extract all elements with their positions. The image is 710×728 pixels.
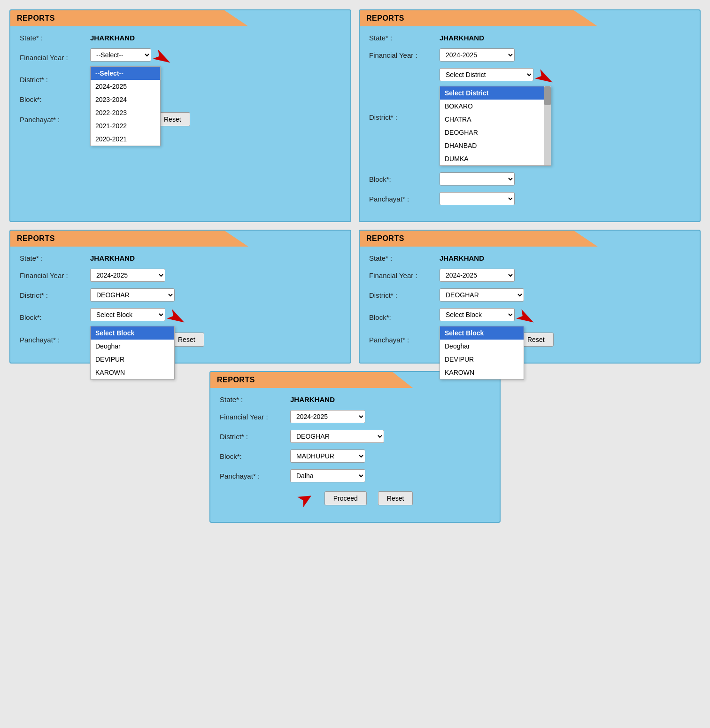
fy-option-2020-1[interactable]: 2020-2021 bbox=[91, 132, 160, 146]
panchayat-select-5[interactable]: Dalha bbox=[290, 469, 365, 482]
district-option-dumka-2[interactable]: DUMKA bbox=[440, 152, 544, 165]
fy-row-5: Financial Year : 2024-2025 bbox=[220, 410, 490, 423]
state-value-2: JHARKHAND bbox=[440, 34, 484, 42]
fy-option-2021-1[interactable]: 2021-2022 bbox=[91, 119, 160, 132]
report-panel-4: REPORTS State* : JHARKHAND Financial Yea… bbox=[359, 230, 701, 364]
block-option-select-3[interactable]: Select Block bbox=[91, 326, 174, 340]
panchayat-label-4: Panchayat* : bbox=[369, 336, 440, 344]
fy-select-3[interactable]: 2024-2025 bbox=[90, 269, 165, 282]
block-dropdown-open-3[interactable]: Select Block Deoghar DEVIPUR KAROWN bbox=[90, 326, 175, 379]
block-option-select-4[interactable]: Select Block bbox=[440, 326, 524, 340]
district-label-1: District* : bbox=[20, 76, 90, 84]
fy-label-1: Financial Year : bbox=[20, 54, 90, 62]
district-dropdown-open-2[interactable]: Select District BOKARO CHATRA DEOGHAR DH… bbox=[440, 86, 551, 166]
panchayat-row-1: Panchayat* : Reset bbox=[20, 112, 341, 126]
district-label-2: District* : bbox=[369, 113, 440, 121]
fy-row-1: Financial Year : --Select-- 2024-2025 20… bbox=[20, 48, 341, 66]
state-row-2: State* : JHARKHAND bbox=[369, 34, 690, 42]
state-label-5: State* : bbox=[220, 395, 290, 403]
panchayat-row-5: Panchayat* : Dalha bbox=[220, 469, 490, 482]
panchayat-label-3: Panchayat* : bbox=[20, 336, 90, 344]
district-row-4: District* : DEOGHAR bbox=[369, 288, 690, 302]
fy-select-2[interactable]: 2024-2025 bbox=[440, 48, 515, 62]
district-option-bokaro-2[interactable]: BOKARO bbox=[440, 100, 544, 113]
fy-row-2: Financial Year : 2024-2025 bbox=[369, 48, 690, 62]
fy-label-4: Financial Year : bbox=[369, 271, 440, 279]
state-row-5: State* : JHARKHAND bbox=[220, 395, 490, 403]
fy-option-2023-1[interactable]: 2023-2024 bbox=[91, 93, 160, 106]
district-row-5: District* : DEOGHAR bbox=[220, 430, 490, 443]
fy-option-select-1[interactable]: --Select-- bbox=[91, 67, 160, 80]
scrollbar-track-2[interactable] bbox=[544, 86, 551, 165]
state-label-1: State* : bbox=[20, 34, 90, 42]
district-select-5[interactable]: DEOGHAR bbox=[290, 430, 384, 443]
fy-label-5: Financial Year : bbox=[220, 413, 290, 421]
block-option-devipur-4[interactable]: DEVIPUR bbox=[440, 353, 524, 366]
state-row-4: State* : JHARKHAND bbox=[369, 254, 690, 262]
block-option-karown-3[interactable]: KAROWN bbox=[91, 366, 174, 379]
reset-button-5[interactable]: Reset bbox=[378, 491, 413, 505]
proceed-button-5[interactable]: Proceed bbox=[324, 491, 367, 505]
block-label-2: Block*: bbox=[369, 175, 440, 183]
fy-option-2024-1[interactable]: 2024-2025 bbox=[91, 80, 160, 93]
block-select-4[interactable]: Select Block bbox=[440, 308, 515, 321]
fy-option-2022-1[interactable]: 2022-2023 bbox=[91, 106, 160, 119]
panchayat-row-2: Panchayat* : bbox=[369, 192, 690, 205]
block-label-5: Block*: bbox=[220, 452, 290, 460]
block-option-deoghar-4[interactable]: Deoghar bbox=[440, 340, 524, 353]
block-row-3: Block*: Select Block ➤ Select Block Deog… bbox=[20, 308, 341, 326]
fy-row-4: Financial Year : 2024-2025 bbox=[369, 269, 690, 282]
district-select-2[interactable]: Select District bbox=[440, 68, 533, 81]
proceed-arrow-5: ➤ bbox=[293, 486, 316, 511]
district-label-5: District* : bbox=[220, 433, 290, 441]
panchayat-label-2: Panchayat* : bbox=[369, 195, 440, 203]
fy-row-3: Financial Year : 2024-2025 bbox=[20, 269, 341, 282]
district-select-4[interactable]: DEOGHAR bbox=[440, 288, 524, 302]
report-header-2: REPORTS bbox=[360, 10, 598, 26]
report-panel-3: REPORTS State* : JHARKHAND Financial Yea… bbox=[9, 230, 351, 364]
block-select-5[interactable]: MADHUPUR bbox=[290, 449, 365, 463]
report-header-5: REPORTS bbox=[210, 372, 413, 388]
block-label-4: Block*: bbox=[369, 313, 440, 321]
state-label-4: State* : bbox=[369, 254, 440, 262]
block-select-3[interactable]: Select Block bbox=[90, 308, 165, 321]
block-dropdown-open-4[interactable]: Select Block Deoghar DEVIPUR KAROWN bbox=[440, 326, 524, 379]
report-panel-2: REPORTS State* : JHARKHAND Financial Yea… bbox=[359, 9, 701, 222]
block-select-2[interactable] bbox=[440, 172, 515, 186]
fy-select-4[interactable]: 2024-2025 bbox=[440, 269, 515, 282]
block-row-2: Block*: bbox=[369, 172, 690, 186]
block-row-5: Block*: MADHUPUR bbox=[220, 449, 490, 463]
district-select-3[interactable]: DEOGHAR bbox=[90, 288, 175, 302]
fy-select-5[interactable]: 2024-2025 bbox=[290, 410, 365, 423]
report-panel-1: REPORTS State* : JHARKHAND Financial Yea… bbox=[9, 9, 351, 222]
district-label-3: District* : bbox=[20, 291, 90, 299]
block-label-3: Block*: bbox=[20, 313, 90, 321]
district-row-2: District* : Select District ➤ Select Dis… bbox=[369, 68, 690, 166]
district-option-chatra-2[interactable]: CHATRA bbox=[440, 113, 544, 126]
panchayat-label-5: Panchayat* : bbox=[220, 472, 290, 480]
state-value-3: JHARKHAND bbox=[90, 254, 135, 262]
block-dropdown-container-4: Select Block ➤ Select Block Deoghar DEVI… bbox=[440, 308, 532, 326]
report-header-4: REPORTS bbox=[360, 231, 598, 247]
panchayat-select-2[interactable] bbox=[440, 192, 515, 205]
district-dropdown-container-2: Select District ➤ Select District BOKARO… bbox=[440, 68, 551, 166]
state-row-3: State* : JHARKHAND bbox=[20, 254, 341, 262]
report-header-3: REPORTS bbox=[10, 231, 248, 247]
district-option-deoghar-2[interactable]: DEOGHAR bbox=[440, 126, 544, 139]
fy-select-1[interactable]: --Select-- 2024-2025 2023-2024 2022-2023… bbox=[90, 48, 151, 62]
fy-label-2: Financial Year : bbox=[369, 51, 440, 59]
scrollbar-thumb-2 bbox=[544, 86, 551, 105]
district-option-select-2[interactable]: Select District bbox=[440, 86, 544, 100]
state-label-3: State* : bbox=[20, 254, 90, 262]
block-option-deoghar-3[interactable]: Deoghar bbox=[91, 340, 174, 353]
block-dropdown-container-3: Select Block ➤ Select Block Deoghar DEVI… bbox=[90, 308, 183, 326]
fy-dropdown-container-1: --Select-- 2024-2025 2023-2024 2022-2023… bbox=[90, 48, 169, 66]
block-option-devipur-3[interactable]: DEVIPUR bbox=[91, 353, 174, 366]
district-option-dhanbad-2[interactable]: DHANBAD bbox=[440, 139, 544, 152]
block-option-karown-4[interactable]: KAROWN bbox=[440, 366, 524, 379]
district-label-4: District* : bbox=[369, 291, 440, 299]
state-value-4: JHARKHAND bbox=[440, 254, 484, 262]
district-row-1: District* : --Select-- bbox=[20, 73, 341, 86]
block-row-4: Block*: Select Block ➤ Select Block Deog… bbox=[369, 308, 690, 326]
fy-dropdown-open-1[interactable]: --Select-- 2024-2025 2023-2024 2022-2023… bbox=[90, 66, 161, 146]
